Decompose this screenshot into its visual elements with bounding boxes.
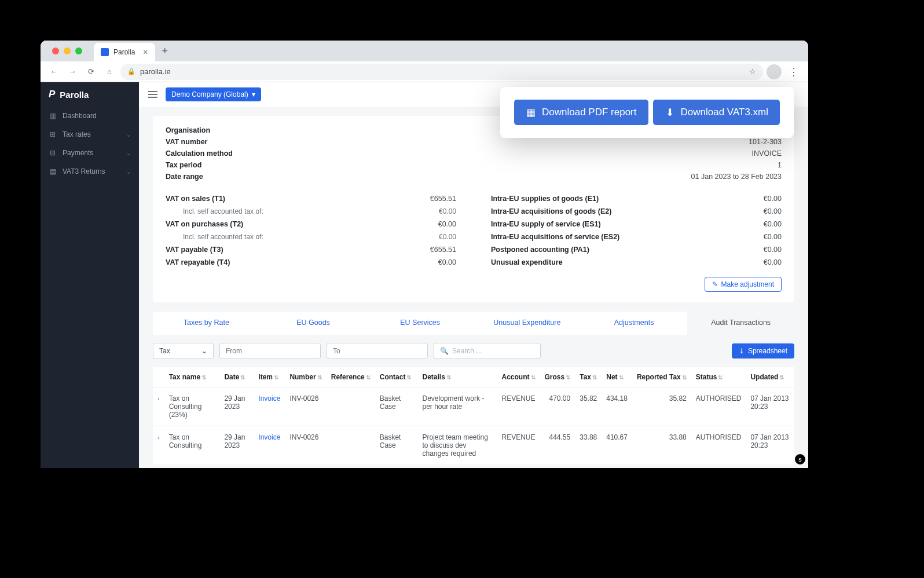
brand[interactable]: P Parolla xyxy=(41,82,139,107)
cell-reference xyxy=(327,426,375,465)
cell-status: AUTHORISED xyxy=(691,426,746,465)
column-header[interactable]: Gross⇅ xyxy=(540,367,575,387)
payments-icon: ⊟ xyxy=(49,149,57,157)
date-range-value: 01 Jan 2023 to 28 Feb 2023 xyxy=(691,173,782,181)
vat-row: Incl. self accounted tax of:€0.00 xyxy=(166,231,456,243)
sort-icon: ⇅ xyxy=(317,374,322,381)
vat-number-value: 101-2-303 xyxy=(691,138,782,146)
cell-contact: Basket Case xyxy=(375,387,418,426)
cell-item-link[interactable]: Invoice xyxy=(258,394,280,403)
minimize-window-icon[interactable] xyxy=(64,47,71,54)
tab-adjustments[interactable]: Adjustments xyxy=(581,312,688,335)
tax-filter-select[interactable]: Tax ⌄ xyxy=(153,343,214,359)
filters: Tax ⌄ 🔍 Search ... ⤓ Spreadsheet xyxy=(153,335,794,367)
vat-breakdown: VAT on sales (T1)€655.51Incl. self accou… xyxy=(166,192,782,269)
column-header[interactable]: Tax name⇅ xyxy=(164,367,220,387)
vat-label: Intra-EU acquisitions of service (ES2) xyxy=(491,233,619,241)
cell-gross: 444.55 xyxy=(540,426,575,465)
to-date-input[interactable] xyxy=(327,343,428,359)
vat-label: VAT on sales (T1) xyxy=(166,195,225,203)
sort-icon: ⇅ xyxy=(682,374,687,381)
cell-updated: 07 Jan 2013 20:23 xyxy=(746,426,794,465)
maximize-window-icon[interactable] xyxy=(75,47,82,54)
download-callout: ▦ Download PDF report ⬇ Download VAT3.xm… xyxy=(500,87,794,138)
cell-item-link[interactable]: Invoice xyxy=(258,433,280,441)
tabs: Taxes by RateEU GoodsEU ServicesUnusual … xyxy=(153,312,794,335)
from-date-input[interactable] xyxy=(219,343,321,359)
column-header[interactable]: Details⇅ xyxy=(418,367,497,387)
column-header[interactable]: Reported Tax⇅ xyxy=(632,367,691,387)
sort-icon: ⇅ xyxy=(592,374,597,381)
new-tab-button[interactable]: + xyxy=(155,45,175,57)
expand-row-icon[interactable]: › xyxy=(157,434,160,441)
vat-row: Intra-EU acquisitions of goods (E2)€0.00 xyxy=(491,205,782,218)
spreadsheet-button[interactable]: ⤓ Spreadsheet xyxy=(732,343,794,358)
tab-audit-transactions[interactable]: Audit Transactions xyxy=(687,312,794,335)
favicon-icon xyxy=(101,48,109,56)
company-selector[interactable]: Demo Company (Global) ▾ xyxy=(166,87,261,101)
column-header[interactable]: Reference⇅ xyxy=(327,367,375,387)
omnibox[interactable]: 🔒 parolla.ie ☆ xyxy=(120,64,763,80)
vat-label: Unusual expenditure xyxy=(491,258,563,266)
column-header[interactable]: Updated⇅ xyxy=(746,367,794,387)
sidebar-item-vat3-returns[interactable]: ▤ VAT3 Returns ⌄ xyxy=(41,162,139,181)
column-header[interactable]: Number⇅ xyxy=(285,367,326,387)
reload-button[interactable]: ⟳ xyxy=(83,64,98,79)
column-header[interactable]: Status⇅ xyxy=(691,367,746,387)
table-row: ›Tax on Consulting (23%)29 Jan 2023Invoi… xyxy=(153,387,794,426)
search-input[interactable]: 🔍 Search ... xyxy=(434,343,541,359)
vat-value: €655.51 xyxy=(430,246,456,254)
vat-right-column: Intra-EU supplies of goods (E1)€0.00Intr… xyxy=(491,192,782,269)
main-content: Demo Company (Global) ▾ Organisation Dem… xyxy=(139,82,808,468)
sort-icon: ⇅ xyxy=(531,374,536,381)
browser-menu-icon[interactable]: ⋮ xyxy=(785,65,802,78)
back-button[interactable]: ← xyxy=(46,64,61,79)
cell-net: 434.18 xyxy=(602,387,632,426)
vat-row: Unusual expenditure€0.00 xyxy=(491,256,782,269)
profile-avatar[interactable] xyxy=(767,64,782,79)
expand-row-icon[interactable]: › xyxy=(157,395,160,402)
vat-label: Intra-EU supply of service (ES1) xyxy=(491,220,601,228)
download-icon: ⬇ xyxy=(665,107,675,118)
brand-name: Parolla xyxy=(60,90,89,100)
sidebar-item-tax-rates[interactable]: ⊞ Tax rates ⌄ xyxy=(41,125,139,144)
home-button[interactable]: ⌂ xyxy=(102,64,117,79)
sort-icon: ⇅ xyxy=(366,374,371,381)
tab-taxes-by-rate[interactable]: Taxes by Rate xyxy=(153,312,260,335)
sort-icon: ⇅ xyxy=(619,374,624,381)
vat-row: Intra-EU acquisitions of service (ES2)€0… xyxy=(491,231,782,243)
sidebar-item-dashboard[interactable]: ▥ Dashboard xyxy=(41,107,139,125)
make-adjustment-label: Make adjustment xyxy=(721,280,774,288)
column-header[interactable]: Date⇅ xyxy=(219,367,254,387)
cell-number: INV-0026 xyxy=(285,426,326,465)
column-header[interactable]: Item⇅ xyxy=(254,367,285,387)
debug-badge-icon[interactable]: s xyxy=(795,454,805,464)
tab-eu-services[interactable]: EU Services xyxy=(366,312,474,335)
vat-row: Intra-EU supplies of goods (E1)€0.00 xyxy=(491,192,782,205)
pdf-icon: ▦ xyxy=(526,107,536,118)
column-header[interactable]: Contact⇅ xyxy=(375,367,418,387)
column-header[interactable]: Tax⇅ xyxy=(575,367,602,387)
column-header xyxy=(153,367,164,387)
browser-tab[interactable]: Parolla × xyxy=(94,43,155,61)
cell-reported-tax: 35.82 xyxy=(632,387,691,426)
download-pdf-label: Download PDF report xyxy=(542,107,636,118)
tab-eu-goods[interactable]: EU Goods xyxy=(260,312,367,335)
close-window-icon[interactable] xyxy=(52,47,59,54)
bookmark-icon[interactable]: ☆ xyxy=(749,67,756,76)
cell-status: AUTHORISED xyxy=(691,387,746,426)
close-tab-icon[interactable]: × xyxy=(143,47,148,57)
sidebar-item-payments[interactable]: ⊟ Payments ⌄ xyxy=(41,144,139,162)
column-header[interactable]: Net⇅ xyxy=(602,367,632,387)
download-pdf-button[interactable]: ▦ Download PDF report xyxy=(514,100,648,125)
download-xml-button[interactable]: ⬇ Download VAT3.xml xyxy=(653,100,780,125)
vat-row: VAT on purchases (T2)€0.00 xyxy=(166,218,456,231)
hamburger-menu-icon[interactable] xyxy=(148,91,157,98)
cell-contact: Basket Case xyxy=(375,426,418,465)
make-adjustment-button[interactable]: ✎ Make adjustment xyxy=(705,277,782,292)
column-header[interactable]: Account⇅ xyxy=(497,367,540,387)
forward-button[interactable]: → xyxy=(65,64,80,79)
tab-unusual-expenditure[interactable]: Unusual Expenditure xyxy=(474,312,581,335)
cell-reported-tax: 33.88 xyxy=(632,426,691,465)
page-content: Organisation Demo Company (Global) VAT n… xyxy=(139,107,808,468)
